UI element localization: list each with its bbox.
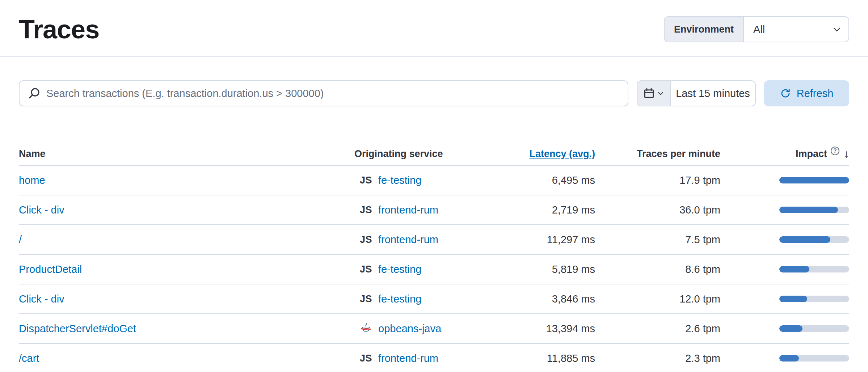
traces-per-minute-value: 8.6 tpm xyxy=(595,263,720,275)
service-link[interactable]: frontend-rum xyxy=(378,234,438,246)
traces-per-minute-value: 36.0 tpm xyxy=(595,204,720,216)
transaction-link[interactable]: / xyxy=(19,234,22,245)
latency-value: 5,819 ms xyxy=(492,263,595,275)
calendar-icon xyxy=(644,88,654,99)
latency-value: 11,297 ms xyxy=(492,234,595,246)
search-bar xyxy=(19,80,628,106)
originating-service-cell: JS fe-testing xyxy=(354,293,492,305)
impact-bar xyxy=(779,325,849,332)
table-header-row: Name Originating service Latency (avg.) … xyxy=(19,143,849,166)
transaction-link[interactable]: ProductDetail xyxy=(19,263,82,275)
impact-cell xyxy=(720,355,849,362)
service-link[interactable]: fe-testing xyxy=(378,263,421,275)
latency-value: 3,846 ms xyxy=(492,293,595,305)
traces-table: Name Originating service Latency (avg.) … xyxy=(19,143,849,372)
toolbar: Last 15 minutes Refresh xyxy=(19,80,849,106)
service-link[interactable]: fe-testing xyxy=(378,174,421,186)
table-body: home JS fe-testing 6,495 ms 17.9 tpm C xyxy=(19,166,849,372)
impact-header-label: Impact xyxy=(796,148,827,160)
impact-cell xyxy=(720,296,849,302)
originating-service-cell: JS frontend-rum xyxy=(354,352,492,364)
page-header: Traces Environment All xyxy=(0,0,868,57)
environment-select[interactable]: Environment All xyxy=(664,16,849,42)
chevron-down-icon xyxy=(657,90,664,97)
latency-value: 11,885 ms xyxy=(492,352,595,364)
traces-per-minute-value: 17.9 tpm xyxy=(595,174,720,186)
refresh-button[interactable]: Refresh xyxy=(764,80,849,106)
impact-bar xyxy=(779,177,849,183)
table-row: home JS fe-testing 6,495 ms 17.9 tpm xyxy=(19,166,849,195)
service-link[interactable]: fe-testing xyxy=(378,293,421,305)
impact-cell xyxy=(720,325,849,332)
column-header-traces-per-minute: Traces per minute xyxy=(595,148,720,160)
impact-bar-fill xyxy=(779,207,838,213)
javascript-agent-icon: JS xyxy=(357,293,375,305)
transaction-name-cell: /cart xyxy=(19,352,354,364)
environment-selected-value: All xyxy=(753,24,765,35)
javascript-agent-icon: JS xyxy=(357,204,375,216)
service-link[interactable]: frontend-rum xyxy=(378,204,438,216)
impact-bar xyxy=(779,236,849,243)
column-header-originating-service: Originating service xyxy=(354,148,492,160)
javascript-agent-icon: JS xyxy=(357,353,375,364)
impact-cell xyxy=(720,207,849,213)
transaction-name-cell: / xyxy=(19,234,354,246)
transaction-link[interactable]: Click - div xyxy=(19,204,64,216)
column-header-latency: Latency (avg.) xyxy=(492,148,595,160)
table-row: Click - div JS frontend-rum 2,719 ms 36.… xyxy=(19,195,849,225)
impact-bar xyxy=(779,355,849,362)
originating-service-cell: JS frontend-rum xyxy=(354,234,492,246)
traces-per-minute-value: 2.3 tpm xyxy=(595,352,720,364)
table-row: DispatcherServlet#doGet JS opbeans-java … xyxy=(19,314,849,344)
traces-page: Traces Environment All xyxy=(0,0,868,372)
originating-service-cell: JS opbeans-java xyxy=(354,323,492,335)
date-picker: Last 15 minutes xyxy=(637,80,756,106)
search-icon xyxy=(28,88,40,99)
column-header-impact[interactable]: Impact ? ↓ xyxy=(720,148,849,160)
service-link[interactable]: opbeans-java xyxy=(378,323,441,335)
traces-per-minute-value: 7.5 tpm xyxy=(595,234,720,246)
impact-bar-fill xyxy=(779,177,849,183)
table-row: ProductDetail JS fe-testing 5,819 ms 8.6… xyxy=(19,255,849,284)
table-row: Click - div JS fe-testing 3,846 ms 12.0 … xyxy=(19,284,849,314)
originating-service-cell: JS fe-testing xyxy=(354,263,492,275)
traces-per-minute-value: 2.6 tpm xyxy=(595,323,720,335)
transaction-name-cell: Click - div xyxy=(19,293,354,305)
chevron-down-icon xyxy=(832,24,842,34)
latency-sort-link[interactable]: Latency (avg.) xyxy=(529,148,595,159)
impact-bar-fill xyxy=(779,236,830,243)
impact-cell xyxy=(720,236,849,243)
transaction-link[interactable]: /cart xyxy=(19,352,39,364)
table-row: / JS frontend-rum 11,297 ms 7.5 tpm xyxy=(19,225,849,255)
table-row: /cart JS frontend-rum 11,885 ms 2.3 tpm xyxy=(19,344,849,372)
javascript-agent-icon: JS xyxy=(357,264,375,275)
impact-cell xyxy=(720,177,849,183)
transaction-name-cell: Click - div xyxy=(19,204,354,216)
date-picker-quick-menu-button[interactable] xyxy=(637,81,671,106)
refresh-button-label: Refresh xyxy=(797,88,834,100)
search-input[interactable] xyxy=(46,88,619,100)
date-picker-range-button[interactable]: Last 15 minutes xyxy=(671,81,755,106)
impact-bar xyxy=(779,266,849,272)
transaction-name-cell: DispatcherServlet#doGet xyxy=(19,323,354,335)
java-agent-icon xyxy=(357,323,375,334)
originating-service-cell: JS frontend-rum xyxy=(354,204,492,216)
impact-cell xyxy=(720,266,849,272)
column-header-name: Name xyxy=(19,148,354,160)
service-link[interactable]: frontend-rum xyxy=(378,352,438,364)
environment-prepend-label: Environment xyxy=(665,17,744,42)
sort-descending-arrow-icon: ↓ xyxy=(844,148,849,160)
impact-bar xyxy=(779,207,849,213)
refresh-icon xyxy=(780,88,791,99)
transaction-link[interactable]: Click - div xyxy=(19,293,64,305)
transaction-link[interactable]: DispatcherServlet#doGet xyxy=(19,323,136,334)
latency-value: 13,394 ms xyxy=(492,323,595,335)
originating-service-cell: JS fe-testing xyxy=(354,174,492,186)
impact-bar-fill xyxy=(779,355,799,362)
transaction-name-cell: home xyxy=(19,174,354,186)
impact-bar-fill xyxy=(779,325,802,332)
transaction-link[interactable]: home xyxy=(19,174,45,186)
impact-bar-fill xyxy=(779,296,807,302)
impact-bar-fill xyxy=(779,266,809,272)
impact-bar xyxy=(779,296,849,302)
